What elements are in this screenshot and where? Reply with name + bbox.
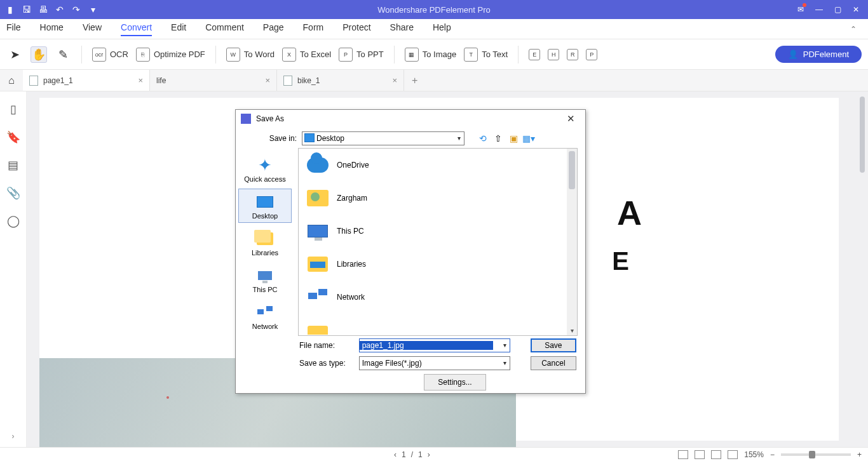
menu-protect[interactable]: Protect [342, 22, 370, 36]
dialog-logo-icon [241, 114, 251, 124]
settings-button[interactable]: Settings... [424, 374, 486, 391]
save-type-value[interactable] [360, 359, 493, 368]
nav-back-icon[interactable]: ⟲ [477, 133, 489, 144]
scrollbar-thumb[interactable] [569, 151, 575, 189]
menu-help[interactable]: Help [433, 22, 451, 36]
view-mode-continuous-icon[interactable] [695, 450, 705, 459]
close-icon[interactable]: ✕ [853, 5, 859, 14]
print-icon[interactable]: 🖶 [38, 4, 48, 15]
menu-home[interactable]: Home [40, 22, 64, 36]
select-tool-icon[interactable]: ➤ [6, 46, 23, 63]
list-item-label: Network [337, 293, 365, 302]
tab-life[interactable]: life × [150, 70, 277, 91]
view-mode-single-icon[interactable] [678, 450, 688, 459]
zoom-in-icon[interactable]: + [857, 450, 862, 459]
convert-p-icon[interactable]: P [586, 49, 597, 60]
place-network[interactable]: Network [238, 299, 292, 333]
scrollbar-thumb[interactable] [860, 97, 865, 173]
save-button[interactable]: Save [531, 338, 576, 352]
view-menu-icon[interactable]: ▦▾ [523, 133, 534, 144]
redo-icon[interactable]: ↷ [71, 4, 81, 15]
home-tab-icon[interactable]: ⌂ [0, 75, 23, 86]
qat-more-icon[interactable]: ▾ [88, 4, 98, 15]
to-ppt-button[interactable]: PTo PPT [339, 48, 384, 62]
dialog-close-icon[interactable]: ✕ [562, 112, 580, 126]
mail-icon[interactable]: ✉ [797, 5, 804, 14]
to-image-button[interactable]: ▦To Image [405, 48, 456, 62]
menu-edit[interactable]: Edit [171, 22, 186, 36]
save-icon[interactable]: 🖫 [22, 4, 32, 15]
to-text-button[interactable]: TTo Text [464, 48, 508, 62]
cancel-button[interactable]: Cancel [531, 356, 576, 370]
zoom-out-icon[interactable]: − [770, 450, 775, 459]
list-item[interactable]: Network [299, 281, 577, 314]
tab-close-icon[interactable]: × [392, 76, 397, 85]
save-in-select[interactable]: Desktop [302, 131, 465, 145]
place-desktop[interactable]: Desktop [238, 189, 292, 223]
menu-comment[interactable]: Comment [205, 22, 244, 36]
new-tab-button[interactable]: + [404, 75, 425, 86]
pdfelement-account-button[interactable]: 👤 PDFelement [775, 46, 862, 63]
filelist-scrollbar[interactable]: ▴ ▾ [567, 149, 577, 335]
page-next-icon[interactable]: › [428, 450, 430, 459]
list-item[interactable]: Libraries [299, 248, 577, 281]
menu-convert[interactable]: Convert [121, 22, 152, 36]
tab-bike_1[interactable]: bike_1 × [277, 70, 404, 91]
menu-share[interactable]: Share [390, 22, 414, 36]
cloud-icon [307, 157, 329, 173]
tab-page1_1[interactable]: page1_1 × [23, 70, 150, 91]
optimize-button[interactable]: ⎘Optimize PDF [136, 48, 205, 62]
chevron-down-icon[interactable]: ▾ [503, 359, 506, 366]
to-excel-button[interactable]: XTo Excel [282, 48, 331, 62]
convert-e-icon[interactable]: E [529, 49, 540, 60]
thumbnails-icon[interactable]: ▯ [7, 103, 20, 116]
save-in-row: Save in: Desktop ▾ ⟲ ⇧ ▣ ▦▾ [236, 128, 585, 148]
menu-page[interactable]: Page [263, 22, 284, 36]
collapse-ribbon-icon[interactable]: ⌃ [850, 25, 857, 34]
nav-up-icon[interactable]: ⇧ [492, 133, 504, 144]
page-prev-icon[interactable]: ‹ [394, 450, 397, 459]
bookmarks-icon[interactable]: 🔖 [7, 131, 20, 144]
view-mode-facing-icon[interactable] [711, 450, 721, 459]
minimize-icon[interactable]: — [815, 5, 823, 14]
dialog-titlebar[interactable]: Save As ✕ [236, 110, 585, 128]
list-item[interactable]: OneDrive [299, 149, 577, 182]
place-libraries[interactable]: Libraries [238, 225, 292, 260]
place-quick-access[interactable]: ✦ Quick access [238, 152, 292, 186]
search-panel-icon[interactable]: ◯ [7, 215, 20, 227]
file-name-combo[interactable]: ▾ [359, 338, 510, 352]
view-mode-facing-cont-icon[interactable] [728, 450, 738, 459]
menu-view[interactable]: View [83, 22, 102, 36]
to-word-button[interactable]: WTo Word [226, 48, 275, 62]
vertical-scrollbar[interactable] [858, 91, 868, 447]
convert-h-icon[interactable]: H [548, 49, 559, 60]
menu-form[interactable]: Form [303, 22, 324, 36]
menu-file[interactable]: File [6, 22, 21, 36]
new-folder-icon[interactable]: ▣ [508, 133, 519, 144]
file-name-input[interactable] [360, 341, 493, 350]
undo-icon[interactable]: ↶ [55, 4, 65, 15]
tab-label: life [156, 76, 166, 85]
convert-r-icon[interactable]: R [567, 49, 578, 60]
user-folder-icon [307, 190, 329, 206]
chevron-down-icon[interactable]: ▾ [503, 342, 506, 349]
save-type-combo[interactable]: ▾ [359, 356, 510, 370]
expand-sidebar-icon[interactable]: › [12, 432, 15, 441]
hand-tool-icon[interactable]: ✋ [31, 46, 47, 63]
app-title: Wondershare PDFelement Pro [377, 5, 491, 15]
attachments-icon[interactable]: 📎 [7, 187, 20, 199]
tab-close-icon[interactable]: × [138, 76, 143, 85]
place-label: Desktop [239, 212, 291, 220]
list-item[interactable] [299, 314, 577, 336]
place-this-pc[interactable]: This PC [238, 262, 292, 297]
list-item[interactable]: Zargham [299, 182, 577, 215]
edit-tool-icon[interactable]: ✎ [55, 46, 71, 63]
list-item[interactable]: This PC [299, 215, 577, 248]
ocr-button[interactable]: ocrOCR [92, 48, 128, 62]
zoom-slider[interactable] [781, 453, 851, 456]
maximize-icon[interactable]: ▢ [834, 5, 841, 14]
file-list[interactable]: OneDrive Zargham This PC Libraries Netwo… [298, 148, 578, 336]
scroll-down-icon[interactable]: ▾ [567, 325, 577, 335]
comments-icon[interactable]: ▤ [7, 159, 20, 171]
tab-close-icon[interactable]: × [265, 76, 270, 85]
